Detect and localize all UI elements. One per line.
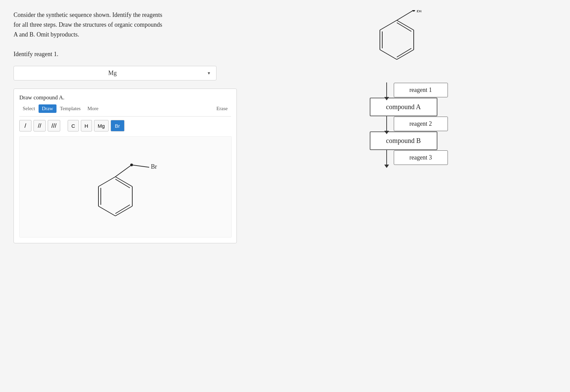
svg-text:Br: Br bbox=[416, 10, 422, 14]
svg-line-22 bbox=[397, 10, 414, 20]
starting-material-structure: Br bbox=[366, 10, 441, 79]
svg-line-6 bbox=[115, 179, 130, 188]
starting-material-svg: Br bbox=[366, 10, 441, 78]
reagent-dropdown-value: Mg bbox=[20, 70, 205, 77]
draw-compound-panel: Draw compound A. Select Draw Templates M… bbox=[14, 89, 237, 243]
reagent-1-box: reagent 1 bbox=[394, 83, 448, 97]
draw-panel-title: Draw compound A. bbox=[19, 94, 231, 101]
instructions-text: Consider the synthetic sequence shown. I… bbox=[14, 10, 223, 39]
triple-bond-button[interactable]: /// bbox=[48, 120, 60, 131]
reagent-2-box: reagent 2 bbox=[394, 117, 448, 131]
molecule-drawing: Br bbox=[75, 143, 176, 231]
svg-point-23 bbox=[412, 10, 415, 11]
double-bond-button[interactable]: // bbox=[33, 120, 46, 131]
svg-line-18 bbox=[380, 20, 397, 30]
bond-tools: / // /// C H Mg Br bbox=[19, 120, 231, 131]
drawing-canvas[interactable]: Br bbox=[19, 136, 232, 238]
svg-line-7 bbox=[115, 205, 130, 214]
svg-line-9 bbox=[115, 165, 132, 177]
svg-text:Br: Br bbox=[151, 163, 157, 170]
identify-reagent-label: Identify reagent 1. bbox=[14, 51, 223, 58]
reagent-2-label: reagent 2 bbox=[409, 120, 432, 127]
right-panel: Br reagent 1 compound A bbox=[237, 0, 570, 392]
svg-point-11 bbox=[130, 164, 133, 166]
compound-b-label: compound B bbox=[386, 137, 421, 144]
svg-line-3 bbox=[98, 206, 115, 216]
svg-line-10 bbox=[132, 165, 149, 167]
reagent-3-box: reagent 3 bbox=[394, 150, 448, 165]
tab-draw[interactable]: Draw bbox=[39, 104, 56, 113]
reagent-dropdown[interactable]: Mg ▾ bbox=[14, 66, 216, 80]
tab-more[interactable]: More bbox=[84, 104, 102, 113]
chevron-down-icon: ▾ bbox=[208, 70, 210, 76]
svg-line-0 bbox=[115, 177, 132, 187]
carbon-button[interactable]: C bbox=[68, 120, 79, 131]
synthesis-flow: Br reagent 1 compound A bbox=[336, 10, 471, 165]
arrow-1 bbox=[386, 82, 387, 98]
arrow-2 bbox=[386, 116, 387, 131]
magnesium-button[interactable]: Mg bbox=[94, 120, 109, 131]
tab-select[interactable]: Select bbox=[19, 104, 39, 113]
svg-line-2 bbox=[115, 206, 132, 216]
bromine-button[interactable]: Br bbox=[111, 120, 124, 131]
left-panel: Consider the synthetic sequence shown. I… bbox=[0, 0, 237, 392]
arrow-3 bbox=[386, 150, 387, 165]
erase-button[interactable]: Erase bbox=[213, 104, 231, 113]
svg-line-19 bbox=[397, 23, 411, 31]
tab-templates[interactable]: Templates bbox=[56, 104, 84, 113]
svg-line-13 bbox=[397, 20, 414, 30]
hydrogen-button[interactable]: H bbox=[81, 120, 92, 131]
reagent-1-label: reagent 1 bbox=[409, 87, 432, 93]
svg-line-15 bbox=[397, 50, 414, 59]
svg-line-20 bbox=[397, 48, 411, 57]
single-bond-button[interactable]: / bbox=[19, 120, 31, 131]
reagent-3-label: reagent 3 bbox=[409, 154, 432, 161]
compound-b-box: compound B bbox=[370, 131, 437, 150]
svg-line-5 bbox=[98, 177, 115, 187]
svg-line-16 bbox=[380, 50, 397, 59]
draw-toolbar: Select Draw Templates More Erase bbox=[19, 104, 231, 117]
compound-a-label: compound A bbox=[386, 103, 421, 111]
compound-a-box: compound A bbox=[370, 98, 437, 116]
